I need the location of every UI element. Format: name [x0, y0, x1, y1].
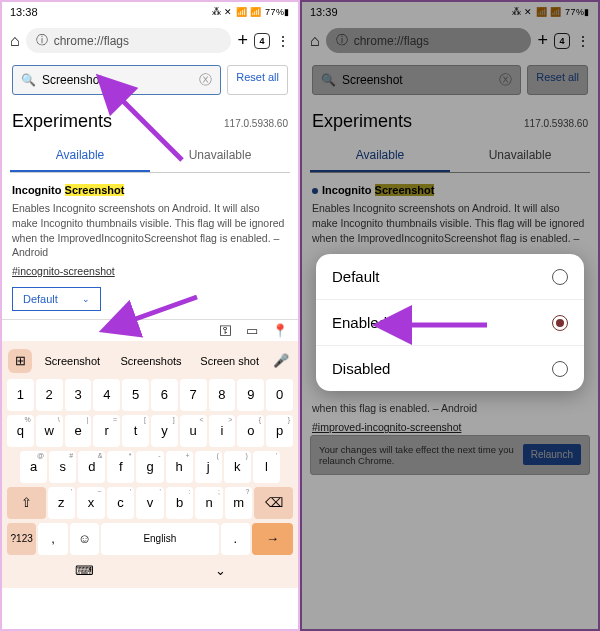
sticker-icon[interactable]: ⊞ — [8, 349, 32, 373]
key[interactable]: 9 — [237, 379, 264, 411]
key[interactable]: |e — [65, 415, 92, 447]
mic-icon[interactable]: 🎤 — [270, 353, 292, 368]
option-default[interactable]: Default — [316, 254, 584, 300]
status-time: 13:38 — [10, 6, 38, 18]
enter-key[interactable]: → — [252, 523, 293, 555]
flag-description: Enables Incognito screenshots on Android… — [12, 201, 288, 260]
radio-icon — [552, 269, 568, 285]
new-tab-icon[interactable]: + — [237, 30, 248, 51]
key[interactable]: >i — [209, 415, 236, 447]
experiments-title: Experiments — [12, 111, 112, 132]
status-icons: ⁂ ✕ 📶 📶 77%▮ — [212, 7, 290, 17]
home-icon[interactable]: ⌂ — [10, 32, 20, 50]
key[interactable]: 3 — [65, 379, 92, 411]
card-icon[interactable]: ▭ — [246, 323, 258, 338]
keyboard-accessory: ⚿ ▭ 📍 — [2, 319, 298, 341]
suggestion-1[interactable]: Screenshot — [34, 351, 111, 371]
key[interactable]: :b — [166, 487, 194, 519]
flag-title: Incognito Screenshot — [12, 183, 288, 198]
option-label: Enabled — [332, 314, 387, 331]
tab-unavailable[interactable]: Unavailable — [150, 140, 290, 172]
left-screenshot: 13:38 ⁂ ✕ 📶 📶 77%▮ ⌂ ⓘ chrome://flags + … — [0, 0, 300, 631]
backspace-key[interactable]: ⌫ — [254, 487, 293, 519]
search-value: Screenshot — [42, 73, 103, 87]
key[interactable]: #s — [49, 451, 76, 483]
key[interactable]: ]y — [151, 415, 178, 447]
key[interactable]: 5 — [122, 379, 149, 411]
option-enabled[interactable]: Enabled — [316, 300, 584, 346]
clear-icon[interactable]: ⓧ — [199, 71, 212, 89]
key[interactable]: 0 — [266, 379, 293, 411]
key[interactable]: 8 — [209, 379, 236, 411]
password-icon[interactable]: ⚿ — [219, 323, 232, 338]
key-row-5: ?123 , ☺ English . → — [6, 521, 294, 557]
chevron-down-icon: ⌄ — [82, 294, 90, 304]
key[interactable]: 'c — [107, 487, 135, 519]
emoji-key[interactable]: ☺ — [70, 523, 99, 555]
option-label: Disabled — [332, 360, 390, 377]
soft-keyboard: ⊞ Screenshot Screenshots Screen shot 🎤 1… — [2, 341, 298, 588]
key[interactable]: ;n — [195, 487, 223, 519]
key[interactable]: \w — [36, 415, 63, 447]
key[interactable]: -g — [136, 451, 163, 483]
key[interactable]: 2 — [36, 379, 63, 411]
tab-available[interactable]: Available — [10, 140, 150, 172]
key[interactable]: 'v — [136, 487, 164, 519]
key[interactable]: &d — [78, 451, 105, 483]
tab-switcher[interactable]: 4 — [254, 33, 270, 49]
url-bar[interactable]: ⓘ chrome://flags — [26, 28, 232, 53]
flags-search-input[interactable]: 🔍 Screenshot ⓧ — [12, 65, 221, 95]
keyboard-settings-icon[interactable]: ⌨ — [75, 563, 94, 578]
space-key[interactable]: English — [101, 523, 218, 555]
key[interactable]: ~x — [77, 487, 105, 519]
search-icon: 🔍 — [21, 73, 36, 87]
reset-all-button[interactable]: Reset all — [227, 65, 288, 95]
key[interactable]: +h — [166, 451, 193, 483]
shift-key[interactable]: ⇧ — [7, 487, 46, 519]
key[interactable]: =r — [93, 415, 120, 447]
key[interactable]: 'l — [253, 451, 280, 483]
key[interactable]: 4 — [93, 379, 120, 411]
radio-icon — [552, 361, 568, 377]
key[interactable]: {o — [237, 415, 264, 447]
key[interactable]: 7 — [180, 379, 207, 411]
comma-key[interactable]: , — [38, 523, 67, 555]
experiments-header: Experiments 117.0.5938.60 — [2, 101, 298, 136]
period-key[interactable]: . — [221, 523, 250, 555]
flag-item: Incognito Screenshot Enables Incognito s… — [2, 173, 298, 279]
keyboard-collapse-icon[interactable]: ⌄ — [215, 563, 226, 578]
key[interactable]: 'z — [48, 487, 76, 519]
key-row-1: 1234567890 — [6, 377, 294, 413]
radio-icon-selected — [552, 315, 568, 331]
menu-icon[interactable]: ⋮ — [276, 33, 290, 49]
key-row-2: %q\w|e=r[t]y<u>i{o}p — [6, 413, 294, 449]
option-label: Default — [332, 268, 380, 285]
key-row-3: @a#s&d*f-g+h(j)k'l — [6, 449, 294, 485]
tabs: Available Unavailable — [10, 140, 290, 173]
key[interactable]: 1 — [7, 379, 34, 411]
flag-dropdown[interactable]: Default ⌄ — [12, 287, 101, 311]
key[interactable]: @a — [20, 451, 47, 483]
dropdown-popup: Default Enabled Disabled — [316, 254, 584, 391]
dropdown-value: Default — [23, 293, 58, 305]
location-icon[interactable]: 📍 — [272, 323, 288, 338]
key[interactable]: }p — [266, 415, 293, 447]
numbers-key[interactable]: ?123 — [7, 523, 36, 555]
suggestion-bar: ⊞ Screenshot Screenshots Screen shot 🎤 — [6, 345, 294, 377]
version-text: 117.0.5938.60 — [224, 118, 288, 129]
key[interactable]: )k — [224, 451, 251, 483]
info-icon: ⓘ — [36, 32, 48, 49]
option-disabled[interactable]: Disabled — [316, 346, 584, 391]
suggestion-2[interactable]: Screenshots — [113, 351, 190, 371]
flag-anchor-link[interactable]: #incognito-screenshot — [12, 264, 115, 279]
key[interactable]: %q — [7, 415, 34, 447]
right-screenshot: 13:39 ⁂ ✕ 📶 📶 77%▮ ⌂ ⓘ chrome://flags + … — [300, 0, 600, 631]
browser-toolbar: ⌂ ⓘ chrome://flags + 4 ⋮ — [2, 22, 298, 59]
key[interactable]: *f — [107, 451, 134, 483]
key[interactable]: 6 — [151, 379, 178, 411]
key[interactable]: ?m — [225, 487, 253, 519]
key[interactable]: [t — [122, 415, 149, 447]
suggestion-3[interactable]: Screen shot — [191, 351, 268, 371]
key[interactable]: <u — [180, 415, 207, 447]
key[interactable]: (j — [195, 451, 222, 483]
